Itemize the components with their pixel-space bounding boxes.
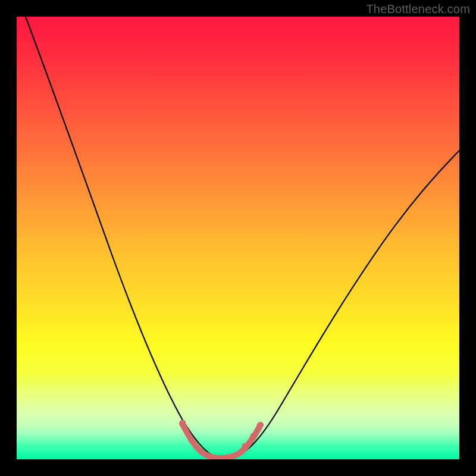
chart-svg [17,17,459,459]
watermark-text: TheBottleneck.com [366,2,470,16]
bottleneck-curve [26,17,459,458]
highlight-dot-3 [242,443,249,450]
highlight-dot-2 [189,437,195,444]
highlight-dot-1 [180,420,186,427]
chart-plot-area [17,17,459,459]
chart-frame: TheBottleneck.com [0,0,476,476]
highlight-dot-4 [250,433,257,440]
highlight-dot-5 [257,422,264,429]
